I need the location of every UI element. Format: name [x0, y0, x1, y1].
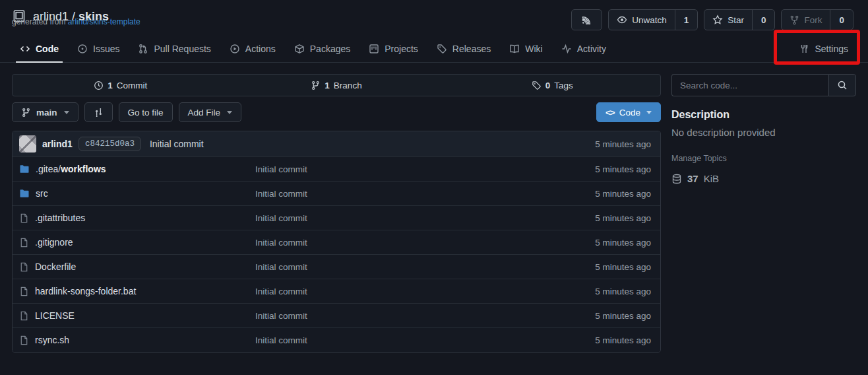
- repo-tabbar: Code Issues Pull Requests Actions Packag…: [0, 36, 868, 63]
- file-icon: [19, 238, 29, 248]
- rss-button[interactable]: [571, 9, 602, 30]
- project-board-icon: [369, 44, 379, 54]
- tab-projects[interactable]: Projects: [361, 36, 426, 62]
- file-link[interactable]: rsync.sh: [19, 335, 255, 345]
- tab-settings[interactable]: Settings: [791, 36, 856, 62]
- file-icon: [19, 262, 29, 272]
- folder-icon: [19, 188, 30, 199]
- settings-tab-wrapper: Settings: [791, 36, 856, 62]
- table-row: Dockerfile Initial commit 5 minutes ago: [13, 254, 660, 279]
- branch-icon: [311, 81, 321, 90]
- file-commit-message-link[interactable]: Initial commit: [255, 262, 595, 272]
- star-button[interactable]: Star: [704, 10, 752, 30]
- forks-count[interactable]: 0: [830, 10, 853, 30]
- branch-icon: [21, 108, 31, 118]
- fork-label: Fork: [804, 15, 822, 25]
- commits-stat[interactable]: 1 Commit: [13, 75, 228, 96]
- repo-file-area: 1 Commit 1 Branch 0 Tags: [12, 74, 661, 353]
- file-link[interactable]: .gitattributes: [19, 213, 255, 223]
- issue-icon: [77, 44, 88, 54]
- search-icon: [837, 80, 848, 90]
- commit-message-link[interactable]: Initial commit: [150, 139, 204, 149]
- fork-button[interactable]: Fork: [782, 10, 830, 30]
- code-icon: [20, 44, 30, 54]
- code-download-button[interactable]: <> Code: [596, 102, 661, 122]
- tags-stat[interactable]: 0 Tags: [445, 75, 660, 96]
- tab-code[interactable]: Code: [12, 36, 67, 62]
- file-link[interactable]: src: [19, 188, 255, 199]
- clock-icon: [94, 81, 104, 90]
- file-commit-time: 5 minutes ago: [595, 311, 651, 321]
- database-icon: [671, 174, 682, 184]
- branches-stat[interactable]: 1 Branch: [228, 75, 444, 96]
- description-text: No description provided: [671, 127, 856, 138]
- latest-commit-row: arlind1 c84215d0a3 Initial commit 5 minu…: [13, 131, 660, 156]
- chevron-down-icon: [64, 111, 69, 114]
- file-link[interactable]: Dockerfile: [19, 261, 255, 272]
- search-input[interactable]: [671, 74, 828, 96]
- file-commit-time: 5 minutes ago: [595, 262, 651, 272]
- tag-icon: [437, 44, 447, 54]
- tab-releases[interactable]: Releases: [429, 36, 499, 62]
- file-commit-message-link[interactable]: Initial commit: [255, 311, 595, 321]
- go-to-file-button[interactable]: Go to file: [119, 102, 173, 122]
- package-icon: [294, 44, 305, 54]
- pulse-icon: [561, 44, 572, 54]
- branch-selector[interactable]: main: [12, 102, 78, 122]
- description-heading: Description: [671, 109, 856, 121]
- file-link[interactable]: .gitea/workflows: [19, 164, 255, 174]
- stars-count[interactable]: 0: [752, 10, 775, 30]
- file-link[interactable]: hardlink-songs-folder.bat: [19, 286, 255, 296]
- watchers-count[interactable]: 1: [675, 10, 698, 30]
- eye-icon: [617, 15, 627, 25]
- avatar[interactable]: [19, 135, 36, 153]
- file-commit-message-link[interactable]: Initial commit: [255, 287, 595, 296]
- book-icon: [509, 44, 520, 54]
- table-row: .gitattributes Initial commit 5 minutes …: [13, 205, 660, 230]
- tabbar-spacer: [617, 36, 788, 62]
- search-button[interactable]: [828, 74, 856, 96]
- tab-wiki[interactable]: Wiki: [501, 36, 550, 62]
- repo-size: 37 KiB: [671, 173, 856, 184]
- manage-topics-link[interactable]: Manage Topics: [671, 154, 856, 163]
- code-icon: <>: [605, 108, 615, 118]
- file-icon: [19, 213, 29, 223]
- star-label: Star: [728, 15, 744, 25]
- table-row: .gitignore Initial commit 5 minutes ago: [13, 230, 660, 254]
- tab-issues[interactable]: Issues: [69, 36, 127, 62]
- file-commit-message-link[interactable]: Initial commit: [255, 189, 595, 199]
- file-commit-message-link[interactable]: Initial commit: [255, 238, 595, 248]
- file-link[interactable]: .gitignore: [19, 237, 255, 248]
- chevron-down-icon: [646, 111, 652, 114]
- unwatch-button[interactable]: Unwatch: [609, 10, 675, 30]
- file-commit-time: 5 minutes ago: [595, 335, 651, 345]
- file-link[interactable]: LICENSE: [19, 310, 255, 321]
- folder-icon: [19, 164, 30, 174]
- table-row: .gitea/workflows Initial commit 5 minute…: [13, 156, 660, 181]
- file-icon: [19, 335, 29, 345]
- compare-button[interactable]: [84, 102, 113, 122]
- template-repo-link[interactable]: arlind/skins-template: [68, 17, 140, 26]
- repo-sidebar: Description No description provided Mana…: [671, 74, 856, 353]
- table-row: LICENSE Initial commit 5 minutes ago: [13, 303, 660, 327]
- star-icon: [712, 15, 723, 25]
- tab-packages[interactable]: Packages: [286, 36, 358, 62]
- file-icon: [19, 287, 29, 296]
- main-content: 1 Commit 1 Branch 0 Tags: [0, 63, 868, 353]
- tab-actions[interactable]: Actions: [222, 36, 284, 62]
- tab-pull-requests[interactable]: Pull Requests: [130, 36, 218, 62]
- pull-request-icon: [138, 44, 148, 54]
- code-search: [671, 74, 856, 96]
- unwatch-label: Unwatch: [632, 15, 667, 25]
- commit-hash-badge[interactable]: c84215d0a3: [78, 137, 141, 151]
- table-row: hardlink-songs-folder.bat Initial commit…: [13, 279, 660, 303]
- tab-activity[interactable]: Activity: [553, 36, 614, 62]
- file-commit-message-link[interactable]: Initial commit: [255, 335, 595, 345]
- table-row: rsync.sh Initial commit 5 minutes ago: [13, 327, 660, 352]
- file-commit-message-link[interactable]: Initial commit: [255, 213, 595, 223]
- file-commit-message-link[interactable]: Initial commit: [255, 164, 595, 174]
- commit-author-link[interactable]: arlind1: [42, 139, 73, 149]
- file-icon: [19, 311, 29, 321]
- file-commit-time: 5 minutes ago: [595, 238, 651, 248]
- add-file-button[interactable]: Add File: [179, 102, 242, 122]
